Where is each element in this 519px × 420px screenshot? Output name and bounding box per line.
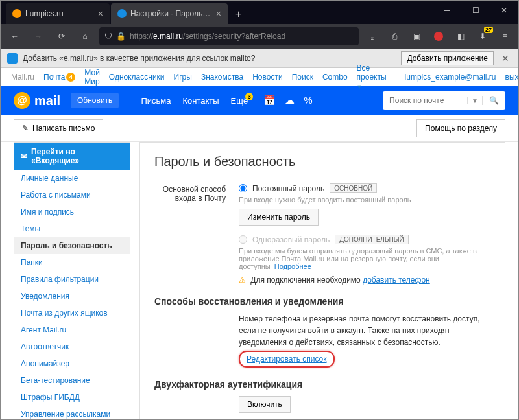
tab-favicon bbox=[117, 9, 127, 18]
nav-contacts[interactable]: Контакты bbox=[182, 96, 219, 106]
sidebar-item-13[interactable]: Штрафы ГИБДД bbox=[14, 389, 130, 406]
search-dropdown[interactable]: ▼ bbox=[467, 97, 482, 104]
sidebar-item-0[interactable]: Личные данные bbox=[14, 170, 130, 187]
tab-favicon bbox=[12, 9, 21, 18]
app-icon bbox=[7, 53, 18, 64]
minimize-button[interactable]: ─ bbox=[433, 1, 461, 20]
new-tab-button[interactable]: + bbox=[229, 3, 248, 24]
bonus-icon[interactable]: % bbox=[304, 95, 312, 106]
search-button[interactable]: 🔍 bbox=[482, 96, 505, 105]
sidebar-item-3[interactable]: Темы bbox=[14, 220, 130, 237]
download-icon[interactable]: ⭳ bbox=[364, 28, 381, 45]
more-link[interactable]: Подробнее bbox=[274, 262, 311, 270]
forward-button: → bbox=[29, 27, 47, 45]
tab-title: Lumpics.ru bbox=[25, 9, 94, 18]
nav-mymir[interactable]: Мой Мир bbox=[84, 68, 100, 86]
cloud-icon[interactable]: ☁ bbox=[285, 95, 295, 106]
menu-icon[interactable]: ≡ bbox=[496, 28, 513, 45]
url-path: /settings/security?afterReload bbox=[183, 32, 285, 41]
browser-tab-settings[interactable]: Настройки - Пароль и безопа… × bbox=[111, 3, 228, 24]
sidebar-item-11[interactable]: Анонимайзер bbox=[14, 355, 130, 372]
login-method-label: Основной способ входа в Почту bbox=[154, 183, 226, 285]
extension-icon[interactable]: ◧ bbox=[452, 28, 469, 45]
sidebar-item-2[interactable]: Имя и подпись bbox=[14, 204, 130, 220]
twofa-title: Двухфакторная аутентификация bbox=[154, 379, 490, 390]
opt-permanent-label: Постоянный пароль bbox=[252, 184, 324, 193]
warning-icon: ⚠ bbox=[239, 275, 246, 285]
page-title: Пароль и безопасность bbox=[154, 154, 490, 169]
sidebar-inbox-link[interactable]: ✉ Перейти во «Входящие» bbox=[14, 143, 130, 170]
nav-dating[interactable]: Знакомства bbox=[201, 73, 243, 82]
phone-warn-text: Для подключения необходимо bbox=[250, 275, 360, 285]
sidebar-item-6[interactable]: Правила фильтрации bbox=[14, 271, 130, 288]
sidebar-item-7[interactable]: Уведомления bbox=[14, 288, 130, 305]
compose-button[interactable]: ✎ Написать письмо bbox=[14, 119, 103, 137]
home-button[interactable]: ⌂ bbox=[76, 27, 94, 45]
nav-search[interactable]: Поиск bbox=[292, 73, 313, 82]
sidebar-item-14[interactable]: Управление рассылками bbox=[14, 406, 130, 420]
help-button[interactable]: Помощь по разделу bbox=[416, 119, 505, 137]
at-icon: @ bbox=[14, 92, 30, 109]
enable-2fa-button[interactable]: Включить bbox=[239, 396, 291, 413]
nav-exit[interactable]: выход bbox=[505, 73, 519, 82]
close-notification-button[interactable]: ✕ bbox=[499, 53, 512, 64]
search-box: ▼ 🔍 bbox=[383, 91, 505, 110]
sidebar-item-1[interactable]: Работа с письмами bbox=[14, 187, 130, 204]
maximize-button[interactable]: ☐ bbox=[461, 1, 490, 20]
nav-mail[interactable]: Почта bbox=[43, 73, 65, 82]
logo-text: mail bbox=[34, 93, 60, 108]
notif-text: Добавить «e.mail.ru» в качестве приложен… bbox=[23, 54, 255, 63]
edit-list-link[interactable]: Редактировать список bbox=[239, 351, 335, 368]
mail-count-badge: 4 bbox=[66, 73, 75, 82]
add-app-button[interactable]: Добавить приложение bbox=[401, 51, 494, 65]
nav-more[interactable]: Ещё3 bbox=[231, 96, 248, 106]
pocket-icon[interactable]: ▣ bbox=[408, 28, 425, 45]
reload-button[interactable]: ⟳ bbox=[53, 27, 71, 45]
nav-letters[interactable]: Письма bbox=[141, 96, 171, 106]
adblock-icon[interactable] bbox=[430, 28, 447, 45]
change-password-button[interactable]: Изменить пароль bbox=[239, 209, 319, 226]
badge-additional: ДОПОЛНИТЕЛЬНЫЙ bbox=[335, 235, 409, 244]
url-bar[interactable]: 🛡 🔒 https://e.mail.ru/settings/security?… bbox=[99, 27, 359, 45]
radio-permanent-password[interactable] bbox=[239, 184, 247, 192]
settings-sidebar: ✉ Перейти во «Входящие» Личные данныеРаб… bbox=[14, 142, 130, 419]
add-phone-link[interactable]: добавить телефон bbox=[363, 275, 430, 285]
opt2-hint: При входе мы будем отправлять одноразовы… bbox=[239, 247, 490, 270]
nav-user[interactable]: lumpics_example@mail.ru bbox=[405, 73, 496, 82]
url-host: e.mail.ru bbox=[153, 32, 183, 41]
browser-tab-lumpics[interactable]: Lumpics.ru × bbox=[6, 3, 110, 24]
logo[interactable]: @ mail bbox=[14, 92, 60, 109]
compose-icon: ✎ bbox=[22, 124, 29, 133]
recovery-desc: Номер телефона и резервная почта помогут… bbox=[239, 313, 490, 368]
sidebar-item-12[interactable]: Бета-тестирование bbox=[14, 372, 130, 389]
recovery-title: Способы восстановления и уведомления bbox=[154, 296, 490, 307]
nav-ok[interactable]: Одноклассники bbox=[109, 73, 165, 82]
badge-primary: ОСНОВНОЙ bbox=[330, 183, 377, 193]
more-badge: 3 bbox=[245, 93, 253, 100]
back-button[interactable]: ← bbox=[6, 27, 24, 45]
calendar-icon[interactable]: 📅 bbox=[263, 95, 276, 106]
sidebar-item-10[interactable]: Автоответчик bbox=[14, 338, 130, 355]
sidebar-item-8[interactable]: Почта из других ящиков bbox=[14, 305, 130, 321]
nav-all[interactable]: Все проекты ▼ bbox=[357, 64, 387, 91]
tab-title: Настройки - Пароль и безопа… bbox=[130, 9, 212, 18]
search-input[interactable] bbox=[383, 96, 467, 105]
opt-onetime-label: Одноразовый пароль bbox=[252, 235, 330, 244]
savefrom-icon[interactable]: ⬇27 bbox=[474, 28, 491, 45]
sidebar-item-5[interactable]: Папки bbox=[14, 254, 130, 271]
nav-mailru[interactable]: Mail.ru bbox=[11, 73, 34, 82]
nav-combo[interactable]: Combo bbox=[322, 73, 348, 82]
opt1-hint: При входе нужно будет вводить постоянный… bbox=[239, 196, 490, 204]
library-icon[interactable]: ⎙ bbox=[386, 28, 403, 45]
main-panel: Пароль и безопасность Основной способ вх… bbox=[139, 142, 505, 419]
nav-news[interactable]: Новости bbox=[252, 73, 282, 82]
close-icon[interactable]: × bbox=[216, 8, 221, 19]
sidebar-item-4[interactable]: Пароль и безопасность bbox=[14, 237, 130, 254]
close-window-button[interactable]: ✕ bbox=[490, 1, 518, 20]
close-icon[interactable]: × bbox=[98, 8, 103, 19]
url-protocol: https:// bbox=[130, 32, 153, 41]
refresh-button[interactable]: Обновить bbox=[71, 93, 119, 108]
sidebar-item-9[interactable]: Агент Mail.ru bbox=[14, 321, 130, 338]
nav-games[interactable]: Игры bbox=[174, 73, 192, 82]
envelope-icon: ✉ bbox=[21, 152, 27, 161]
